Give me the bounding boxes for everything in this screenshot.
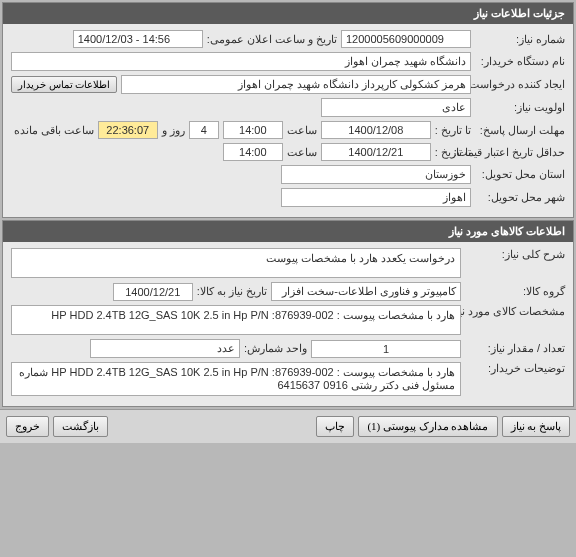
deadline-label: مهلت ارسال پاسخ: bbox=[475, 124, 565, 137]
items-panel: اطلاعات کالاهای مورد نیاز شرح کلی نیاز: … bbox=[2, 220, 574, 407]
requester-label: ایجاد کننده درخواست: bbox=[475, 78, 565, 91]
need-details-panel: جزئیات اطلاعات نیاز شماره نیاز: 12000056… bbox=[2, 2, 574, 218]
qty-value: 1 bbox=[311, 340, 461, 358]
spec-value: هارد با مشخصات پیوست : HP HDD 2.4TB 12G_… bbox=[11, 305, 461, 335]
buyer-value: دانشگاه شهید چمران اهواز bbox=[11, 52, 471, 71]
buyer-notes-value: هارد با مشخصات پیوست : HP HDD 2.4TB 12G_… bbox=[11, 362, 461, 396]
need-number-value: 1200005609000009 bbox=[341, 30, 471, 48]
footer-bar: پاسخ به نیاز مشاهده مدارک پیوستی (1) چاپ… bbox=[0, 409, 576, 443]
deadline-days-value: 4 bbox=[189, 121, 219, 139]
deadline-countdown-value: 22:36:07 bbox=[98, 121, 158, 139]
exit-button[interactable]: خروج bbox=[6, 416, 49, 437]
deadline-remaining-label: ساعت باقی مانده bbox=[14, 124, 94, 137]
validity-time-label: ساعت bbox=[287, 146, 317, 159]
validity-time-value: 14:00 bbox=[223, 143, 283, 161]
need-number-label: شماره نیاز: bbox=[475, 33, 565, 46]
qty-label: تعداد / مقدار نیاز: bbox=[465, 342, 565, 355]
priority-value: عادی bbox=[321, 98, 471, 117]
deadline-to-date-label: تا تاریخ : bbox=[435, 124, 471, 137]
validity-date-value: 1400/12/21 bbox=[321, 143, 431, 161]
spec-label: مشخصات کالای مورد نیاز: bbox=[465, 305, 565, 318]
unit-value: عدد bbox=[90, 339, 240, 358]
buyer-notes-label: توضیحات خریدار: bbox=[465, 362, 565, 375]
unit-label: واحد شمارش: bbox=[244, 342, 307, 355]
city-label: شهر محل تحویل: bbox=[475, 191, 565, 204]
attachments-button[interactable]: مشاهده مدارک پیوستی (1) bbox=[358, 416, 497, 437]
city-value: اهواز bbox=[281, 188, 471, 207]
need-details-header: جزئیات اطلاعات نیاز bbox=[3, 3, 573, 24]
reply-button[interactable]: پاسخ به نیاز bbox=[502, 416, 571, 437]
deadline-date-value: 1400/12/08 bbox=[321, 121, 431, 139]
overall-value: درخواست یکعدد هارد با مشخصات پیوست bbox=[11, 248, 461, 278]
public-announce-label: تاریخ و ساعت اعلان عمومی: bbox=[207, 33, 337, 46]
group-label: گروه کالا: bbox=[465, 285, 565, 298]
print-button[interactable]: چاپ bbox=[316, 416, 354, 437]
priority-label: اولویت نیاز: bbox=[475, 101, 565, 114]
buyer-label: نام دستگاه خریدار: bbox=[475, 55, 565, 68]
items-panel-header: اطلاعات کالاهای مورد نیاز bbox=[3, 221, 573, 242]
validity-label: حداقل تاریخ اعتبار قیمت: bbox=[475, 146, 565, 159]
requester-value: هرمز کشکولی کارپرداز دانشگاه شهید چمران … bbox=[121, 75, 471, 94]
province-label: استان محل تحویل: bbox=[475, 168, 565, 181]
back-button[interactable]: بازگشت bbox=[53, 416, 108, 437]
validity-to-date-label: تا تاریخ : bbox=[435, 146, 471, 159]
need-date-value: 1400/12/21 bbox=[113, 283, 193, 301]
group-value: کامپیوتر و فناوری اطلاعات-سخت افزار bbox=[271, 282, 461, 301]
province-value: خوزستان bbox=[281, 165, 471, 184]
overall-label: شرح کلی نیاز: bbox=[465, 248, 565, 261]
need-date-label: تاریخ نیاز به کالا: bbox=[197, 285, 267, 298]
deadline-time-label: ساعت bbox=[287, 124, 317, 137]
deadline-days-and-label: روز و bbox=[162, 124, 185, 137]
contact-buyer-button[interactable]: اطلاعات تماس خریدار bbox=[11, 76, 117, 93]
public-announce-value: 1400/12/03 - 14:56 bbox=[73, 30, 203, 48]
deadline-time-value: 14:00 bbox=[223, 121, 283, 139]
